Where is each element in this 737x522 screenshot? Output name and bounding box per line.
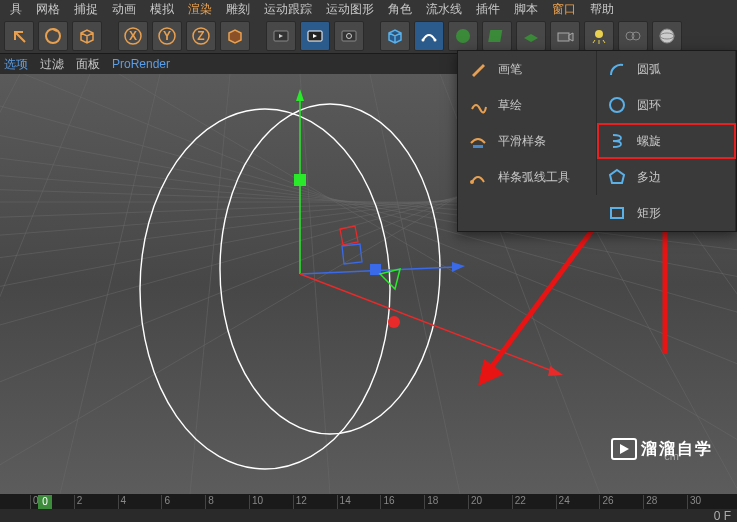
timeline-tick: 10	[249, 495, 263, 509]
menu-item-9[interactable]: 角色	[382, 0, 418, 18]
undo-button[interactable]	[4, 21, 34, 51]
timeline-tick: 2	[74, 495, 83, 509]
menu-item-6[interactable]: 雕刻	[220, 0, 256, 18]
spline-helix[interactable]: 螺旋	[597, 123, 736, 159]
arc-tool-icon	[468, 167, 488, 187]
spline-arc-label: 圆弧	[637, 61, 661, 78]
timeline-tick: 22	[512, 495, 526, 509]
spline-smooth-label: 平滑样条	[498, 133, 546, 150]
menu-item-4[interactable]: 模拟	[144, 0, 180, 18]
timeline-tick: 6	[161, 495, 170, 509]
render-button[interactable]	[266, 21, 296, 51]
svg-point-21	[632, 32, 640, 40]
menu-item-7[interactable]: 运动跟踪	[258, 0, 318, 18]
sub-item-0[interactable]: 选项	[4, 56, 28, 73]
timeline-cursor[interactable]: 0	[38, 495, 52, 509]
svg-marker-71	[610, 170, 624, 183]
spline-rect[interactable]: 矩形	[597, 195, 736, 231]
spline-arctool-label: 样条弧线工具	[498, 169, 570, 186]
spline-circle[interactable]: 圆环	[597, 87, 736, 123]
svg-marker-64	[478, 359, 504, 386]
sub-item-3[interactable]: ProRender	[112, 57, 170, 71]
generator-button[interactable]	[448, 21, 478, 51]
spline-polygon[interactable]: 多边	[597, 159, 736, 195]
timeline-tick: 16	[380, 495, 394, 509]
spline-pen-label: 画笔	[498, 61, 522, 78]
menu-item-13[interactable]: 窗口	[546, 0, 582, 18]
polygon-icon	[607, 167, 627, 187]
svg-rect-72	[611, 208, 623, 218]
menu-item-12[interactable]: 脚本	[508, 0, 544, 18]
arc-icon	[607, 59, 627, 79]
circle-icon	[607, 95, 627, 115]
menu-item-2[interactable]: 捕捉	[68, 0, 104, 18]
sub-item-1[interactable]: 过滤	[40, 56, 64, 73]
menu-item-11[interactable]: 插件	[470, 0, 506, 18]
svg-point-59	[388, 316, 400, 328]
menu-item-10[interactable]: 流水线	[420, 0, 468, 18]
svg-text:X: X	[129, 29, 137, 43]
spline-polygon-label: 多边	[637, 169, 661, 186]
timeline-tick: 30	[687, 495, 701, 509]
camera-button[interactable]	[550, 21, 580, 51]
primitive-button[interactable]	[380, 21, 410, 51]
spline-smooth[interactable]: 平滑样条	[458, 123, 597, 159]
spline-button[interactable]	[414, 21, 444, 51]
svg-line-39	[0, 74, 20, 494]
plane-button[interactable]	[516, 21, 546, 51]
pen-icon	[468, 59, 488, 79]
timeline-tick: 14	[337, 495, 351, 509]
svg-marker-67	[620, 444, 629, 454]
svg-line-42	[190, 74, 230, 494]
link-button[interactable]	[618, 21, 648, 51]
render-settings-button[interactable]	[334, 21, 364, 51]
timeline-tick: 26	[599, 495, 613, 509]
menu-item-3[interactable]: 动画	[106, 0, 142, 18]
spline-sketch[interactable]: 草绘	[458, 87, 597, 123]
watermark-text: 溜溜自学	[641, 439, 713, 460]
timeline-tick: 0	[30, 495, 39, 509]
spline-circle-label: 圆环	[637, 97, 661, 114]
svg-point-15	[456, 29, 470, 43]
timeline: 0 024681012141618202224262830 0 F	[0, 494, 737, 522]
timeline-track[interactable]: 0 024681012141618202224262830	[0, 495, 737, 509]
menu-item-5[interactable]: 渲染	[182, 0, 218, 18]
sub-item-2[interactable]: 面板	[76, 56, 100, 73]
sphere-button[interactable]	[652, 21, 682, 51]
svg-point-68	[610, 98, 624, 112]
svg-rect-69	[473, 145, 483, 148]
axis-y-button[interactable]: Y	[152, 21, 182, 51]
menu-item-0[interactable]: 具	[4, 0, 28, 18]
svg-point-49	[140, 109, 390, 469]
deformer-button[interactable]	[482, 21, 512, 51]
svg-point-22	[660, 29, 674, 43]
menu-item-1[interactable]: 网格	[30, 0, 66, 18]
menu-item-8[interactable]: 运动图形	[320, 0, 380, 18]
svg-marker-61	[342, 244, 362, 264]
svg-rect-56	[370, 264, 381, 275]
spline-arctool[interactable]: 样条弧线工具	[458, 159, 597, 195]
timeline-tick: 20	[468, 495, 482, 509]
svg-point-19	[595, 30, 603, 38]
render-region-button[interactable]	[300, 21, 330, 51]
timeline-tick: 4	[118, 495, 127, 509]
spline-arc[interactable]: 圆弧	[597, 51, 736, 87]
cube-button[interactable]	[72, 21, 102, 51]
redo-button[interactable]	[38, 21, 68, 51]
svg-rect-17	[558, 33, 569, 41]
svg-point-0	[46, 29, 60, 43]
svg-text:Y: Y	[163, 29, 171, 43]
light-button[interactable]	[584, 21, 614, 51]
axis-z-button[interactable]: Z	[186, 21, 216, 51]
menu-item-14[interactable]: 帮助	[584, 0, 620, 18]
spline-popup-menu: 画笔 圆弧 草绘 圆环 平滑样条 螺旋 样条弧线工具	[457, 50, 737, 232]
timeline-tick: 18	[424, 495, 438, 509]
svg-marker-52	[296, 89, 304, 101]
coord-button[interactable]	[220, 21, 250, 51]
svg-marker-60	[340, 226, 358, 245]
svg-point-14	[434, 38, 437, 41]
timeline-tick: 12	[293, 495, 307, 509]
axis-x-button[interactable]: X	[118, 21, 148, 51]
spline-pen[interactable]: 画笔	[458, 51, 597, 87]
spline-sketch-label: 草绘	[498, 97, 522, 114]
